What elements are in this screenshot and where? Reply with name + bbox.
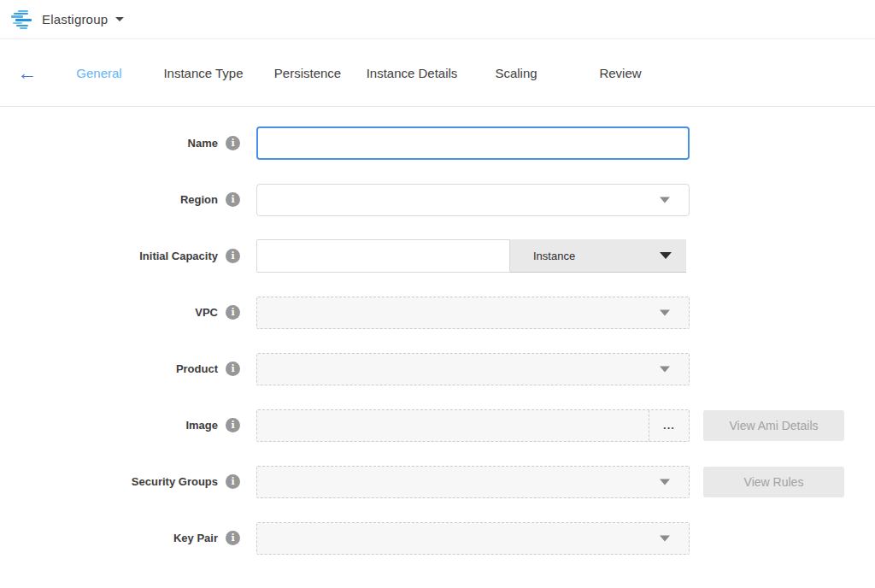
initial-capacity-info-icon[interactable]: i: [226, 249, 240, 263]
field-row-initial-capacity: Initial Capacity i Instance: [0, 239, 875, 273]
product-info-icon[interactable]: i: [226, 362, 240, 376]
field-row-name: Name i: [0, 126, 875, 160]
tab-general[interactable]: General: [47, 66, 151, 80]
tab-persistence[interactable]: Persistence: [255, 66, 360, 80]
name-input[interactable]: [256, 126, 690, 160]
tab-instance-details[interactable]: Instance Details: [360, 66, 464, 80]
key-pair-info-icon[interactable]: i: [226, 531, 240, 545]
tab-review[interactable]: Review: [568, 66, 672, 80]
view-ami-details-button[interactable]: View Ami Details: [703, 410, 844, 441]
capacity-unit-select[interactable]: Instance: [510, 239, 686, 273]
initial-capacity-input[interactable]: [256, 239, 510, 273]
elastigroup-logo-icon: [11, 9, 33, 30]
caret-down-icon: [660, 252, 672, 259]
caret-down-icon: [660, 366, 670, 372]
image-label: Image: [185, 419, 218, 432]
security-groups-info-icon[interactable]: i: [226, 474, 240, 489]
security-groups-label: Security Groups: [132, 475, 218, 488]
chevron-down-icon[interactable]: [115, 17, 124, 21]
product-switcher[interactable]: Elastigroup: [42, 12, 108, 26]
capacity-unit-value: Instance: [533, 250, 575, 262]
field-row-image: Image i ... View Ami Details: [0, 409, 875, 442]
key-pair-label: Key Pair: [173, 532, 218, 544]
tab-scaling[interactable]: Scaling: [464, 66, 568, 80]
image-input[interactable]: ...: [256, 409, 690, 442]
region-label: Region: [180, 193, 218, 206]
vpc-info-icon[interactable]: i: [226, 305, 240, 320]
key-pair-select[interactable]: [256, 522, 690, 555]
tab-instance-type[interactable]: Instance Type: [151, 66, 255, 80]
wizard-step-bar: ← General Instance Type Persistence Inst…: [0, 39, 875, 107]
field-row-security-groups: Security Groups i View Rules: [0, 465, 875, 498]
caret-down-icon: [660, 197, 670, 203]
topbar: Elastigroup: [0, 0, 875, 39]
general-form: Name i Region i Initial Capacit: [0, 107, 875, 555]
field-row-product: Product i: [0, 352, 875, 385]
view-rules-button[interactable]: View Rules: [703, 467, 844, 497]
initial-capacity-label: Initial Capacity: [139, 250, 218, 262]
region-info-icon[interactable]: i: [226, 192, 240, 207]
name-label: Name: [188, 137, 218, 150]
product-select[interactable]: [256, 353, 690, 385]
caret-down-icon: [660, 535, 670, 541]
security-groups-select[interactable]: [256, 466, 690, 498]
name-info-icon[interactable]: i: [226, 136, 240, 150]
image-browse-button[interactable]: ...: [649, 410, 689, 441]
product-label: Product: [176, 362, 218, 375]
field-row-vpc: VPC i: [0, 296, 875, 329]
field-row-key-pair: Key Pair i: [0, 521, 875, 555]
back-arrow-icon[interactable]: ←: [17, 63, 37, 83]
caret-down-icon: [660, 309, 670, 315]
field-row-region: Region i: [0, 183, 875, 216]
caret-down-icon: [660, 479, 670, 485]
wizard-tabs: General Instance Type Persistence Instan…: [47, 66, 672, 80]
vpc-label: VPC: [195, 306, 218, 319]
vpc-select[interactable]: [256, 297, 690, 329]
region-select[interactable]: [256, 184, 690, 216]
elastigroup-creation-screen: Elastigroup ← General Instance Type Pers…: [0, 0, 875, 588]
image-info-icon[interactable]: i: [226, 418, 240, 432]
